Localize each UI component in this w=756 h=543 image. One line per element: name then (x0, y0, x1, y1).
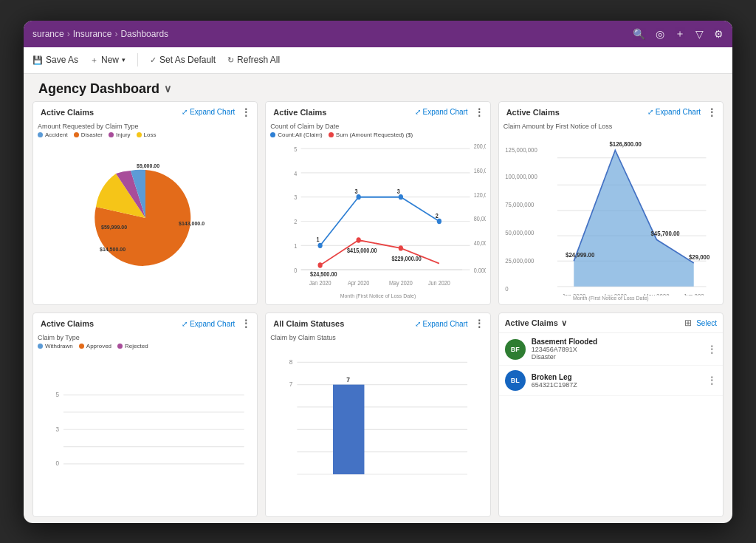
more-btn-4[interactable]: ⋮ (241, 318, 251, 329)
list-title: Active Claims ∨ (505, 318, 567, 328)
y-axis-r1: 40,000,000 (474, 239, 486, 247)
page-title: Agency Dashboard ∨ (38, 81, 718, 97)
area-y-75: 75,000,000 (505, 200, 535, 208)
status-bar-svg: 8 7 7 (270, 343, 485, 508)
settings-icon[interactable]: ⚙ (714, 28, 724, 40)
area-x-jan: Jan 2020 (562, 292, 586, 296)
pie-label-injury: $14,500.00 (100, 247, 126, 253)
sum-point-3 (399, 245, 403, 250)
area-x-label: Month (First Notice of Loss Date) (504, 296, 718, 301)
expand-chart-btn-5[interactable]: ⤢ Expand Chart (415, 320, 468, 328)
new-button[interactable]: ＋ New ▾ (90, 55, 126, 66)
area-y-50: 50,000,000 (505, 228, 535, 236)
plus-icon[interactable]: ＋ (675, 27, 685, 41)
select-button[interactable]: Select (696, 319, 717, 327)
set-default-button[interactable]: ✓ Set As Default (150, 55, 216, 65)
card-title-2: Active Claims (273, 108, 326, 117)
card-active-claims-line: Active Claims ⤢ Expand Chart ⋮ Count of … (265, 101, 490, 306)
avatar-bf: BF (505, 339, 526, 360)
area-x-jun: Jun 202 (683, 292, 704, 296)
y-axis-r2: 80,000,000 (474, 215, 486, 222)
stat-y-8: 8 (289, 358, 293, 366)
avatar-bl: BL (505, 370, 526, 391)
stat-y-7: 7 (289, 380, 293, 388)
card-body-4: Claim by Type Withdrawn Approved Rejecte… (33, 331, 257, 516)
save-as-button[interactable]: 💾 Save As (32, 55, 78, 65)
claim-id-2: 654321C1987Z (532, 381, 701, 389)
chart-subtitle-4: Claim by Type (38, 334, 252, 341)
card-title-4: Active Claims (41, 319, 94, 328)
dashboard-grid: Active Claims ⤢ Expand Chart ⋮ Amount Re… (24, 101, 732, 523)
legend-2: Count:All (Claim) Sum (Amount Requested)… (270, 132, 485, 138)
grid-icon[interactable]: ⊞ (684, 318, 692, 328)
x-axis-may: May 2020 (389, 279, 413, 287)
card-header-right-3: ⤢ Expand Chart ⋮ (647, 106, 717, 118)
expand-icon-4: ⤢ (182, 320, 188, 328)
nav-bar: surance › Insurance › Dashboards 🔍 ◎ ＋ ▽… (24, 21, 732, 47)
refresh-button[interactable]: ↻ Refresh All (227, 55, 280, 65)
list-item-1[interactable]: BF Basement Flooded 123456A7891X Disaste… (499, 333, 723, 366)
legend-sum: Sum (Amount Requested) ($) (329, 132, 413, 138)
list-item-more-2[interactable]: ⋮ (707, 375, 717, 386)
list-item-2[interactable]: BL Broken Leg 654321C1987Z ⋮ (499, 366, 723, 396)
expand-chart-btn-2[interactable]: ⤢ Expand Chart (415, 108, 468, 116)
sbar-y-0: 0 (56, 460, 60, 467)
card-header-right-2: ⤢ Expand Chart ⋮ (415, 106, 484, 118)
card-body-1: Amount Requested by Claim Type Accident … (33, 120, 257, 305)
more-btn-1[interactable]: ⋮ (241, 106, 251, 118)
chart-subtitle-1: Amount Requested by Claim Type (38, 123, 252, 130)
chart-subtitle-5: Claim by Claim Status (270, 334, 485, 341)
y-axis-5: 5 (295, 146, 298, 153)
more-btn-2[interactable]: ⋮ (474, 106, 484, 118)
small-bar-area: 5 3 0 (38, 351, 252, 508)
card-active-claims-pie: Active Claims ⤢ Expand Chart ⋮ Amount Re… (32, 101, 258, 306)
filter-icon[interactable]: ▽ (695, 28, 704, 40)
pie-label-disaster: $143,000.00 (179, 221, 205, 227)
legend-loss: Loss (137, 132, 157, 138)
expand-chart-btn-3[interactable]: ⤢ Expand Chart (647, 108, 701, 116)
refresh-icon: ↻ (227, 55, 234, 65)
card-header-5: All Claim Statuses ⤢ Expand Chart ⋮ (266, 313, 489, 331)
expand-chart-btn-1[interactable]: ⤢ Expand Chart (182, 108, 235, 116)
area-x-may: May 2020 (644, 292, 670, 296)
expand-chart-btn-4[interactable]: ⤢ Expand Chart (182, 320, 235, 328)
sum-label-1: $24,500.00 (310, 270, 337, 278)
y-axis-2: 2 (295, 218, 298, 225)
expand-icon-5: ⤢ (415, 320, 421, 328)
y-axis-r4: 160,000,000 (474, 167, 486, 174)
area-label-jan: $24,999.00 (566, 250, 595, 259)
card-active-claims-area: Active Claims ⤢ Expand Chart ⋮ Claim Amo… (498, 101, 724, 306)
sbar-y-5: 5 (56, 392, 60, 398)
more-btn-5[interactable]: ⋮ (474, 318, 484, 329)
card-header-2: Active Claims ⤢ Expand Chart ⋮ (266, 102, 489, 120)
card-title-5: All Claim Statuses (273, 319, 344, 328)
pie-chart-svg: $143,000.00 $59,999.00 $14,500.00 $9,000… (86, 159, 205, 277)
legend-1: Accident Disaster Injury Loss (38, 132, 252, 138)
tablet-frame: surance › Insurance › Dashboards 🔍 ◎ ＋ ▽… (24, 21, 732, 523)
nav-icons: 🔍 ◎ ＋ ▽ ⚙ (633, 27, 724, 41)
line-chart-area: 0 1 2 3 4 5 0.000 40,000,000 80,000,000 … (270, 140, 485, 297)
legend-dot-withdrawn (38, 344, 43, 349)
target-icon[interactable]: ◎ (656, 28, 664, 40)
card-title-3: Active Claims (506, 108, 560, 117)
count-point-1 (318, 242, 323, 247)
list-header: Active Claims ∨ ⊞ Select (499, 313, 723, 333)
count-label-2: 3 (355, 188, 359, 195)
breadcrumb-sep1: › (67, 29, 70, 39)
legend-approved: Approved (79, 343, 111, 349)
card-body-5: Claim by Claim Status 8 7 7 (266, 331, 489, 516)
list-item-more-1[interactable]: ⋮ (707, 344, 717, 355)
area-label-jun: $29,000 (689, 253, 710, 261)
card-body-2: Count of Claim by Date Count:All (Claim)… (266, 120, 489, 305)
legend-dot-disaster (74, 132, 79, 137)
legend-dot-approved (79, 344, 84, 349)
area-y-125: 125,000,000 (505, 146, 537, 154)
y-axis-r0: 0.000 (474, 267, 486, 274)
legend-accident: Accident (38, 132, 68, 138)
x-axis-jan: Jan 2020 (309, 279, 331, 287)
search-icon[interactable]: 🔍 (633, 28, 645, 40)
count-point-4 (437, 218, 441, 223)
legend-dot-accident (38, 132, 43, 137)
more-btn-3[interactable]: ⋮ (707, 106, 717, 118)
status-bar-area: 8 7 7 (270, 343, 485, 508)
